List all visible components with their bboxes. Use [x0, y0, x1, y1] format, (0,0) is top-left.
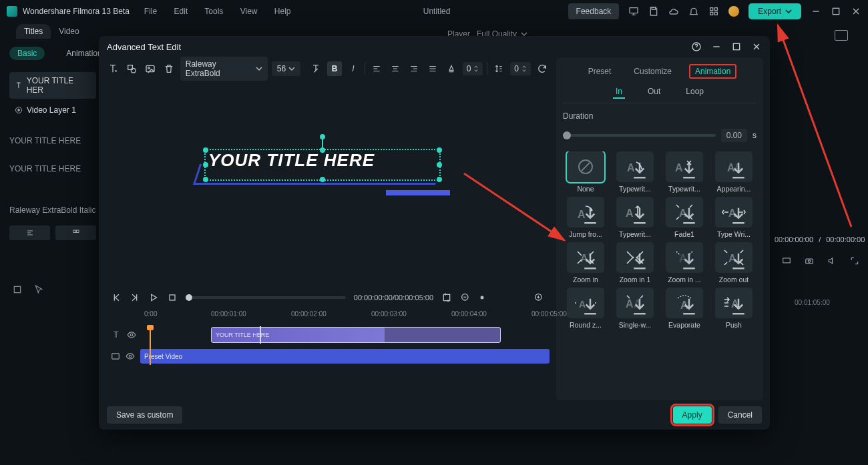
eye-icon[interactable]: [126, 352, 135, 361]
clear-format-icon[interactable]: [308, 61, 323, 76]
tab-video[interactable]: Video: [51, 24, 87, 39]
prev-frame-icon[interactable]: [111, 292, 122, 303]
align-left-icon[interactable]: [369, 61, 384, 76]
anim-thumb[interactable]: A: [715, 288, 752, 318]
anim-thumb[interactable]: A: [666, 151, 703, 182]
anim-item-8[interactable]: AZoom in: [563, 242, 608, 284]
dialog-minimize-icon[interactable]: [711, 41, 722, 52]
italic-button[interactable]: I: [346, 61, 361, 76]
anim-item-10[interactable]: AZoom in ...: [662, 242, 707, 284]
feedback-button[interactable]: Feedback: [568, 3, 620, 19]
anim-thumb[interactable]: AA: [616, 288, 654, 318]
anim-item-5[interactable]: ATypewrit...: [612, 197, 658, 238]
panel-tab-customize[interactable]: Customize: [628, 65, 677, 78]
anim-item-4[interactable]: AJump fro...: [563, 197, 608, 238]
anim-item-15[interactable]: APush: [711, 288, 756, 329]
menu-edit[interactable]: Edit: [174, 7, 188, 16]
anim-item-14[interactable]: AEvaporate: [662, 288, 707, 329]
volume-icon[interactable]: [827, 256, 837, 266]
anim-item-13[interactable]: AASingle-w...: [612, 288, 658, 329]
camera-icon[interactable]: [804, 256, 815, 266]
playhead[interactable]: [150, 326, 151, 365]
layer-title[interactable]: YOUR TITLE HER: [9, 72, 96, 99]
zoom-out-icon[interactable]: [460, 292, 471, 303]
maximize-icon[interactable]: [831, 6, 841, 17]
anim-thumb[interactable]: [567, 151, 604, 182]
video-clip[interactable]: Preset Video: [140, 349, 550, 364]
align-button[interactable]: [9, 225, 50, 240]
eye-icon[interactable]: [127, 330, 136, 340]
menu-view[interactable]: View: [240, 7, 258, 16]
save-as-custom-button[interactable]: Save as custom: [107, 406, 182, 424]
close-icon[interactable]: [851, 6, 861, 17]
crop-icon[interactable]: [441, 292, 452, 303]
stop-icon[interactable]: [167, 292, 178, 303]
reset-icon[interactable]: [535, 61, 550, 76]
duration-value[interactable]: 0.00: [721, 129, 747, 142]
align-center-icon[interactable]: [388, 61, 403, 76]
anim-item-6[interactable]: AFade1: [662, 197, 707, 238]
apply-button[interactable]: Apply: [673, 406, 712, 424]
fullscreen-icon[interactable]: [849, 256, 860, 266]
align-justify-icon[interactable]: [425, 61, 440, 76]
seek-slider[interactable]: [186, 296, 346, 299]
anim-thumb[interactable]: A: [616, 151, 654, 182]
anim-item-12[interactable]: ARound z...: [563, 288, 608, 329]
duration-slider[interactable]: [563, 134, 716, 137]
delete-icon[interactable]: [162, 61, 176, 76]
add-image-icon[interactable]: [143, 61, 158, 76]
line-height-icon[interactable]: [491, 61, 506, 76]
minimize-icon[interactable]: [811, 6, 821, 17]
next-frame-icon[interactable]: [130, 292, 140, 303]
anim-thumb[interactable]: A: [567, 242, 604, 273]
dialog-close-icon[interactable]: [751, 41, 762, 52]
menu-tools[interactable]: Tools: [204, 7, 223, 16]
anim-item-7[interactable]: AType Wri...: [711, 197, 756, 238]
side-tab-basic[interactable]: Basic: [9, 47, 45, 60]
line-height-input[interactable]: 0: [510, 62, 531, 75]
anim-thumb[interactable]: A: [567, 197, 604, 227]
anim-thumb[interactable]: A: [715, 242, 752, 273]
help-icon[interactable]: [691, 41, 702, 52]
menu-help[interactable]: Help: [274, 7, 291, 16]
anim-item-11[interactable]: AZoom out: [711, 242, 756, 284]
save-icon[interactable]: [648, 6, 659, 17]
monitor-icon[interactable]: [628, 6, 639, 17]
dialog-maximize-icon[interactable]: [731, 41, 742, 52]
align-right-icon[interactable]: [407, 61, 421, 76]
cursor-icon[interactable]: [33, 284, 44, 295]
panel-tab-animation[interactable]: Animation: [689, 64, 736, 79]
anim-thumb[interactable]: A: [567, 288, 604, 318]
tab-titles[interactable]: Titles: [16, 24, 51, 39]
subtab-out[interactable]: Out: [645, 85, 663, 99]
anim-thumb[interactable]: A: [666, 197, 703, 227]
account-avatar-icon[interactable]: [728, 6, 739, 17]
zoom-dot-icon[interactable]: [479, 294, 485, 301]
add-shape-icon[interactable]: [124, 61, 139, 76]
font-select[interactable]: Raleway ExtraBold: [180, 57, 268, 81]
anim-thumb[interactable]: AA: [715, 151, 752, 182]
layer-video[interactable]: Video Layer 1: [9, 103, 96, 117]
anim-item-9[interactable]: Zoom in 1: [612, 242, 658, 284]
menu-file[interactable]: File: [144, 7, 157, 16]
side-tab-animation[interactable]: Animation: [66, 49, 101, 58]
anim-item-0[interactable]: None: [563, 151, 608, 193]
text-color-icon[interactable]: [444, 61, 459, 76]
anim-thumb[interactable]: A: [616, 197, 654, 227]
mini-timeline[interactable]: 0:00 00:00:01:00 00:00:02:00 00:00:03:00…: [105, 310, 550, 400]
anim-item-1[interactable]: ATypewrit...: [612, 151, 658, 193]
display-icon[interactable]: [781, 256, 792, 266]
grid-button[interactable]: [55, 225, 96, 240]
cancel-button[interactable]: Cancel: [718, 406, 762, 424]
cloud-icon[interactable]: [668, 6, 679, 17]
bold-button[interactable]: B: [327, 61, 342, 76]
anim-thumb[interactable]: A: [666, 242, 703, 273]
export-button[interactable]: Export: [748, 3, 801, 19]
subtab-in[interactable]: In: [613, 85, 625, 99]
marker-icon[interactable]: [12, 284, 23, 295]
apps-icon[interactable]: [708, 6, 719, 17]
anim-thumb[interactable]: A: [715, 197, 752, 227]
anim-item-3[interactable]: AAAppearin...: [711, 151, 756, 193]
font-size-select[interactable]: 56: [272, 61, 300, 76]
add-text-icon[interactable]: [105, 61, 120, 76]
